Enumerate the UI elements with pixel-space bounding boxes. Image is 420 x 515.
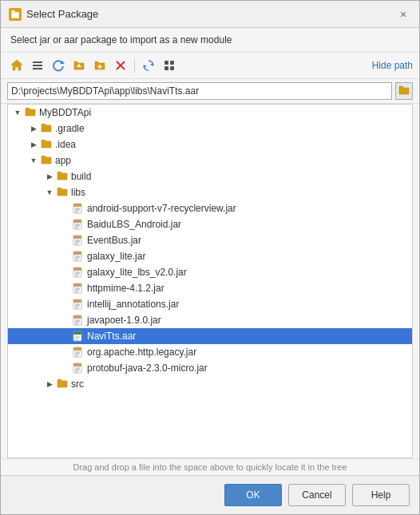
svg-marker-12 <box>144 65 147 68</box>
toggle-libs[interactable]: ▼ <box>43 186 56 199</box>
sync-button[interactable] <box>139 56 158 75</box>
settings-button[interactable] <box>160 56 179 75</box>
toggle-protobuf <box>59 362 72 374</box>
label-libs: libs <box>71 187 85 198</box>
path-input[interactable] <box>7 82 392 100</box>
new-folder-button[interactable] <box>90 56 109 75</box>
close-button[interactable]: × <box>395 6 411 22</box>
tree-item-navitts[interactable]: NaviTts.aar <box>8 328 412 344</box>
tree-item-myBDDTApi[interactable]: ▼ MyBDDTApi <box>8 105 412 121</box>
toolbar: Hide path <box>1 53 419 79</box>
jar-icon-eventbus <box>72 234 85 247</box>
svg-rect-14 <box>170 61 174 65</box>
svg-rect-23 <box>73 220 81 223</box>
toggle-navitts <box>59 330 72 343</box>
label-navitts: NaviTts.aar <box>87 331 136 342</box>
tree-item-android-support[interactable]: android-support-v7-recyclerview.jar <box>8 200 412 216</box>
tree-item-build[interactable]: ▶ build <box>8 168 412 184</box>
cancel-button[interactable]: Cancel <box>288 484 346 506</box>
tree-item-intellij[interactable]: intellij_annotations.jar <box>8 296 412 312</box>
toggle-galaxy-lite-lbs <box>59 266 72 279</box>
tree-item-gradle[interactable]: ▶ .gradle <box>8 121 412 137</box>
toggle-myBDDTApi[interactable]: ▼ <box>11 106 24 119</box>
toggle-httpmime <box>59 282 72 295</box>
tree-item-src[interactable]: ▶ src <box>8 376 412 392</box>
svg-rect-68 <box>73 363 81 366</box>
jar-icon-org-apache <box>72 346 85 359</box>
folder-icon-build <box>56 170 69 183</box>
label-protobuf: protobuf-java-2.3.0-micro.jar <box>87 362 208 374</box>
svg-rect-28 <box>73 236 81 239</box>
svg-rect-15 <box>164 66 168 70</box>
tree-item-libs[interactable]: ▼ libs <box>8 184 412 200</box>
svg-rect-43 <box>73 283 81 287</box>
path-row <box>1 79 419 104</box>
label-eventbus: EventBus.jar <box>87 235 141 246</box>
tree-item-httpmime[interactable]: httpmime-4.1.2.jar <box>8 280 412 296</box>
folder-icon-libs <box>56 186 69 199</box>
jar-icon-galaxy-lite-lbs <box>72 266 85 279</box>
dialog-icon <box>9 8 22 21</box>
label-baidulbs: BaiduLBS_Android.jar <box>87 219 181 230</box>
toggle-org-apache <box>59 346 72 359</box>
path-browse-button[interactable] <box>395 82 413 100</box>
svg-rect-38 <box>73 267 81 271</box>
tree-item-javapoet[interactable]: javapoet-1.9.0.jar <box>8 312 412 328</box>
tree-item-galaxy-lite-lbs[interactable]: galaxy_lite_lbs_v2.0.jar <box>8 264 412 280</box>
home-button[interactable] <box>7 56 26 75</box>
folder-icon-app <box>40 154 53 167</box>
svg-rect-58 <box>73 331 81 335</box>
tree-item-org-apache[interactable]: org.apache.http.legacy.jar <box>8 344 412 360</box>
toggle-app[interactable]: ▼ <box>27 154 40 167</box>
refresh-button[interactable] <box>49 56 68 75</box>
svg-rect-2 <box>33 61 42 63</box>
file-tree[interactable]: ▼ MyBDDTApi ▶ .gradle ▶ .idea ▼ <box>7 104 413 458</box>
toggle-idea[interactable]: ▶ <box>27 138 40 151</box>
toggle-galaxy-lite <box>59 250 72 263</box>
tree-item-app[interactable]: ▼ app <box>8 153 412 168</box>
svg-rect-4 <box>33 68 42 69</box>
label-intellij: intellij_annotations.jar <box>87 299 179 310</box>
jar-icon-android-support <box>72 202 85 215</box>
svg-rect-3 <box>33 65 42 66</box>
title-bar: Select Package × <box>1 1 419 28</box>
title-bar-left: Select Package <box>9 8 98 21</box>
tree-item-eventbus[interactable]: EventBus.jar <box>8 232 412 248</box>
toggle-javapoet <box>59 314 72 327</box>
description-text: Select jar or aar package to import as a… <box>1 28 419 53</box>
tree-item-protobuf[interactable]: protobuf-java-2.3.0-micro.jar <box>8 360 412 376</box>
svg-rect-16 <box>170 66 174 70</box>
toggle-build[interactable]: ▶ <box>43 170 56 183</box>
list-button[interactable] <box>28 56 47 75</box>
tree-item-galaxy-lite[interactable]: galaxy_lite.jar <box>8 248 412 264</box>
ok-button[interactable]: OK <box>224 484 282 506</box>
toggle-src[interactable]: ▶ <box>43 378 56 390</box>
jar-icon-protobuf <box>72 362 85 374</box>
svg-rect-18 <box>73 204 81 207</box>
folder-icon-idea <box>40 138 53 151</box>
dialog-footer: OK Cancel Help <box>1 475 419 514</box>
svg-rect-33 <box>73 252 81 255</box>
toggle-intellij <box>59 298 72 311</box>
toggle-android-support <box>59 202 72 215</box>
toggle-gradle[interactable]: ▶ <box>27 122 40 135</box>
help-button[interactable]: Help <box>352 484 410 506</box>
svg-rect-53 <box>73 315 81 319</box>
tree-item-baidulbs[interactable]: BaiduLBS_Android.jar <box>8 216 412 232</box>
label-galaxy-lite: galaxy_lite.jar <box>87 251 145 262</box>
folder-icon-gradle <box>40 122 53 135</box>
svg-rect-13 <box>164 61 168 65</box>
hide-path-button[interactable]: Hide path <box>372 60 413 71</box>
jar-icon-httpmime <box>72 282 85 295</box>
drag-hint-text: Drag and drop a file into the space abov… <box>1 458 419 475</box>
folder-up-button[interactable] <box>69 56 89 75</box>
tree-item-idea[interactable]: ▶ .idea <box>8 137 412 153</box>
aar-icon-navitts <box>72 330 85 343</box>
dialog-title: Select Package <box>26 8 98 20</box>
label-httpmime: httpmime-4.1.2.jar <box>87 283 164 294</box>
svg-rect-63 <box>73 347 81 351</box>
jar-icon-javapoet <box>72 314 85 327</box>
toggle-baidulbs <box>59 218 72 231</box>
delete-button[interactable] <box>111 56 130 75</box>
folder-icon-myBDDTApi <box>24 106 37 119</box>
